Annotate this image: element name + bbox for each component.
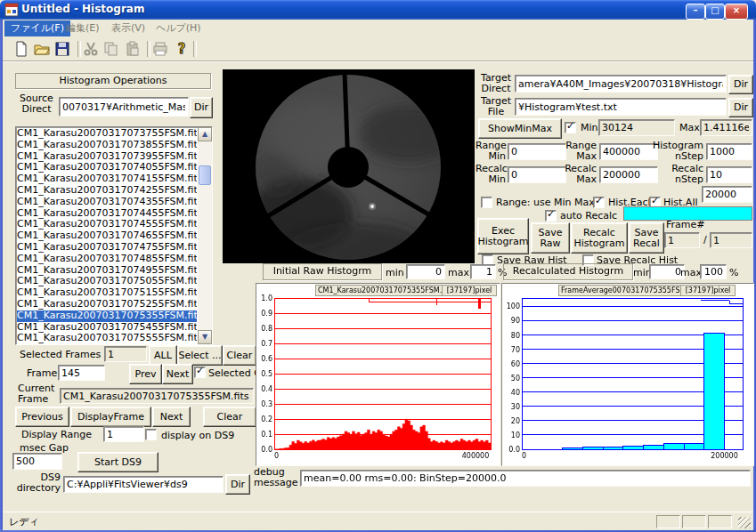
cut-icon[interactable] [83, 41, 99, 57]
svg-text:0.7: 0.7 [261, 340, 272, 348]
menu-edit[interactable]: 編集(E) [60, 20, 106, 36]
bin-step-value[interactable] [702, 186, 752, 203]
maximize-button[interactable]: □ [705, 4, 725, 20]
recalc-max-input[interactable] [599, 166, 658, 183]
svg-text:0: 0 [522, 452, 526, 460]
file-list-item[interactable]: CM1_Karasu20070317075255FSM.fits [17, 299, 197, 310]
scroll-down-icon[interactable]: ▼ [198, 330, 212, 344]
scroll-up-icon[interactable]: ▲ [198, 127, 212, 141]
all-button[interactable]: ALL [149, 345, 177, 366]
svg-text:1.0: 1.0 [261, 294, 272, 302]
file-list-item[interactable]: CM1_Karasu20070317074355FSM.fits [17, 197, 197, 208]
resize-grip-icon[interactable] [738, 517, 751, 528]
target-direct-label: Target Direct [479, 73, 513, 94]
target-file-dir-button[interactable]: Dir [728, 98, 753, 117]
target-direct-dir-button[interactable]: Dir [728, 75, 753, 94]
file-list[interactable]: CM1_Karasu20070317073755FSM.fitsCM1_Kara… [15, 126, 213, 345]
exec-histogram-button[interactable]: Exec Histogram [477, 218, 529, 254]
show-minmax-checkbox[interactable] [565, 122, 576, 133]
svg-text:40: 40 [511, 389, 520, 397]
msec-gap-input[interactable] [12, 453, 62, 470]
max-value[interactable] [700, 119, 752, 136]
save-icon[interactable] [54, 41, 70, 57]
frame-total-value[interactable] [710, 232, 752, 248]
raw-histogram-title: Initial Raw Histogrm [263, 263, 382, 280]
histogram-nstep-label: Histogram nStep [650, 141, 703, 162]
file-list-item[interactable]: CM1_Karasu20070317075355FSM.fits [17, 310, 197, 322]
file-list-items: CM1_Karasu20070317073755FSM.fitsCM1_Kara… [17, 128, 197, 343]
svg-text:70: 70 [511, 346, 520, 354]
file-list-item[interactable]: CM1_Karasu20070317073855FSM.fits [17, 140, 197, 151]
next-frame-button[interactable]: Next [162, 364, 193, 384]
app-icon [4, 3, 19, 17]
open-folder-icon[interactable] [34, 41, 50, 57]
display-on-ds9-checkbox[interactable] [145, 429, 157, 440]
menu-help[interactable]: ヘルプ(H) [150, 20, 207, 36]
ds9-directory-input[interactable] [63, 476, 224, 493]
min-value[interactable] [598, 119, 675, 136]
current-frame-value[interactable] [60, 388, 254, 404]
print-icon[interactable] [152, 41, 168, 57]
previous-button[interactable]: Previous [15, 407, 69, 427]
source-dir-button[interactable]: Dir [190, 97, 213, 118]
prev-frame-button[interactable]: Prev [129, 364, 162, 384]
show-minmax-button[interactable]: ShowMinMax [478, 118, 562, 139]
ds9-dir-button[interactable]: Dir [225, 474, 250, 495]
help-icon[interactable]: ? [174, 41, 190, 57]
recalc-nstep-input[interactable] [706, 166, 752, 183]
raw-min-input[interactable] [406, 264, 445, 279]
frame-number-input[interactable] [58, 365, 105, 381]
svg-text:?: ? [178, 41, 186, 57]
save-raw-button[interactable]: Save Raw [531, 222, 570, 254]
file-list-scrollbar[interactable]: ▲ ▼ [198, 127, 212, 344]
recalc-min-header-input[interactable] [649, 264, 685, 279]
file-list-item[interactable]: CM1_Karasu20070317073755FSM.fits [17, 128, 197, 140]
recalc-histogram-title: Recalculated Histogrm [503, 263, 633, 280]
svg-text:200000: 200000 [711, 452, 738, 460]
raw-min-label: min [386, 267, 404, 278]
clear-display-button[interactable]: Clear [203, 407, 256, 427]
scroll-thumb[interactable] [199, 165, 211, 185]
close-button[interactable]: × [725, 4, 748, 20]
clear-selection-button[interactable]: Clear [223, 345, 256, 366]
file-list-item[interactable]: CM1_Karasu20070317075555FSM.fits [17, 333, 197, 343]
paste-icon[interactable] [125, 41, 141, 57]
display-frame-button[interactable]: DisplayFrame [70, 407, 151, 427]
target-file-input[interactable] [515, 98, 727, 116]
frame-counter-value[interactable] [664, 232, 700, 248]
minimize-button[interactable]: – [686, 4, 705, 20]
svg-text:0.4: 0.4 [261, 385, 272, 393]
menu-view[interactable]: 表示(V) [105, 20, 151, 36]
start-ds9-button[interactable]: Start DS9 [77, 452, 159, 472]
target-direct-input[interactable] [515, 75, 727, 93]
save-recal-button[interactable]: Save Recal [629, 222, 664, 254]
next-display-button[interactable]: Next [152, 407, 191, 427]
new-file-icon[interactable] [13, 41, 29, 57]
recalc-min-input[interactable] [508, 166, 566, 183]
range-min-input[interactable] [508, 143, 566, 160]
debug-message-value[interactable] [300, 470, 751, 487]
recalc-histogram-button[interactable]: Recalc Histogram [571, 222, 628, 254]
file-list-item[interactable]: CM1_Karasu20070317074855FSM.fits [17, 254, 197, 265]
auto-recalc-checkbox[interactable] [545, 210, 557, 222]
hist-each-checkbox[interactable] [593, 197, 605, 208]
file-list-item[interactable]: CM1_Karasu20070317074755FSM.fits [17, 242, 197, 254]
recalc-percent-label: % [729, 267, 738, 278]
recalc-max-header-input[interactable] [700, 264, 727, 279]
display-range-input[interactable] [103, 426, 144, 442]
copy-icon[interactable] [103, 41, 119, 57]
raw-max-input[interactable] [470, 264, 496, 279]
frame-counter-label: Frame# [666, 219, 705, 230]
range-use-minmax-checkbox[interactable] [481, 197, 492, 208]
file-list-item[interactable]: CM1_Karasu20070317074255FSM.fits [17, 185, 197, 197]
histogram-nstep-input[interactable] [706, 143, 752, 160]
selected-frames-value[interactable] [104, 346, 147, 362]
select-button[interactable]: Select ... [177, 345, 223, 366]
display-on-ds9-label: display on DS9 [161, 430, 234, 441]
status-panel [682, 515, 706, 528]
svg-text:0.5: 0.5 [261, 370, 272, 378]
source-direct-input[interactable] [59, 97, 189, 117]
recalc-min-label: Recalc Min [476, 164, 506, 185]
selected-only-checkbox[interactable] [194, 367, 206, 378]
svg-text:0.2: 0.2 [261, 415, 272, 423]
